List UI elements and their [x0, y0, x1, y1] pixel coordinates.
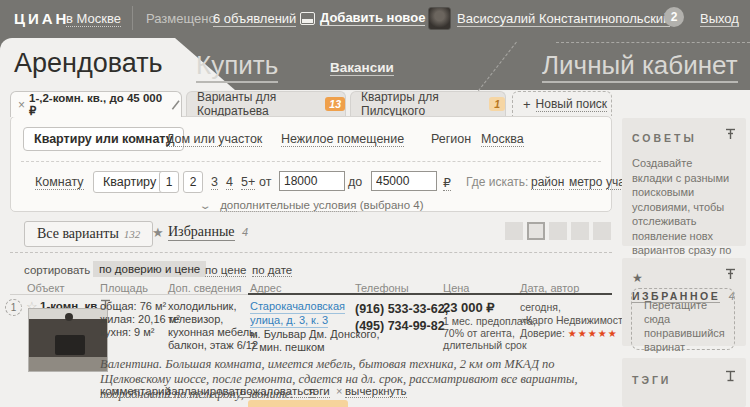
page-square-5[interactable]: [593, 222, 611, 240]
details-line: кухонная мебель,: [168, 326, 258, 339]
search-tab-pilsucky[interactable]: Квартиры для Пилсуцкого 1: [350, 91, 506, 116]
chevron-down-icon: ⌄: [198, 200, 211, 211]
toolbar-separator: [10, 252, 612, 253]
plan-link[interactable]: запланировать: [166, 385, 246, 398]
type-tab-commercial[interactable]: Нежилое помещение: [281, 132, 404, 147]
plus-icon: +: [523, 97, 531, 112]
city-selector[interactable]: в Москве: [66, 11, 121, 27]
sort-by-price[interactable]: по цене: [205, 264, 246, 277]
cabinet-tab-outline-top: [556, 42, 750, 43]
tips-panel: СОВЕТЫ Создавайте вкладки с разными поис…: [622, 118, 746, 246]
apartment-selected[interactable]: Квартиру: [93, 171, 166, 193]
next-row-highlight-peek: [248, 400, 348, 407]
all-variants-button[interactable]: Все варианты132: [24, 221, 153, 247]
row-number-badge: 1: [5, 299, 22, 316]
price-to-input[interactable]: [371, 171, 437, 191]
where-district-link[interactable]: район: [531, 175, 564, 190]
tab-buy[interactable]: Купить: [196, 50, 278, 83]
address-link-line1[interactable]: Старокачаловская: [250, 300, 345, 314]
new-search-label[interactable]: Новый поиск: [536, 97, 608, 112]
details-line: холодильник,: [168, 300, 258, 313]
tag-ibeam-icon[interactable]: [725, 370, 736, 382]
comment-link[interactable]: комментарий: [100, 385, 171, 398]
rooms-5plus-link[interactable]: 5+: [241, 175, 255, 190]
filter-panel: Квартиру или комнату Дом или участок Неж…: [10, 116, 612, 212]
walk-time: 7 мин. пешком: [250, 341, 379, 354]
edit-pencil-icon[interactable]: [170, 99, 181, 111]
tips-title: СОВЕТЫ: [632, 132, 697, 144]
row-top-line-light: [10, 294, 248, 295]
room-link[interactable]: Комнату: [35, 175, 84, 190]
rooms-2-selected[interactable]: 2: [183, 171, 203, 193]
top-header: ЦИАН в Москве Размещено 6 объявлений Доб…: [0, 0, 750, 36]
add-listing-icon: [300, 12, 315, 25]
type-tab-apartment[interactable]: Квартиру или комнату: [23, 127, 184, 151]
filter-row: Комнату Квартиру 1 2 3 4 5+ от до ₽ Где …: [11, 171, 613, 195]
search-tab-kondratev[interactable]: Варианты для Кондратьева 13: [186, 91, 346, 116]
listing-photo[interactable]: [28, 308, 108, 372]
close-tab-icon[interactable]: ×: [18, 98, 25, 112]
favorites-dropzone[interactable]: Перетащите сюда понравившийся варинат: [631, 288, 735, 350]
tab-rent-label[interactable]: Арендовать: [14, 48, 163, 79]
page-square-1[interactable]: [505, 222, 523, 240]
tab-count-badge: 13: [325, 97, 345, 111]
header-divider: [132, 6, 133, 30]
rooms-4-link[interactable]: 4: [226, 175, 233, 190]
sort-by-date[interactable]: по дате: [252, 264, 292, 277]
page-square-2-active[interactable]: [527, 222, 545, 240]
brand-logo[interactable]: ЦИАН: [14, 10, 69, 27]
new-search-tab[interactable]: + Новый поиск: [512, 91, 612, 116]
page-square-4[interactable]: [571, 222, 589, 240]
col-header-details: Доп. сведения: [168, 282, 242, 294]
placed-label: Размещено: [146, 11, 216, 26]
favorites-link[interactable]: Избранные: [168, 224, 235, 241]
more-conditions[interactable]: ⌄ дополнительные условия (выбрано 4): [11, 199, 613, 211]
favorites-count: 4: [242, 226, 248, 238]
report-link[interactable]: пожаловаться: [240, 385, 315, 398]
more-conditions-count: (выбрано 4): [360, 199, 424, 211]
type-tab-house[interactable]: Дом или участок: [166, 132, 262, 147]
placed-count-link[interactable]: 6 объявлений: [213, 11, 296, 27]
search-tab-active-label: 1-,2-комн. кв., до 45 000 ₽: [29, 92, 166, 118]
tab-personal-cabinet[interactable]: Личный кабинет: [542, 50, 738, 83]
where-metro-link[interactable]: метро: [569, 175, 602, 190]
page-square-3[interactable]: [549, 222, 567, 240]
currency-link[interactable]: ₽: [443, 175, 451, 191]
details-line: балкон, этаж 6/12: [168, 339, 258, 352]
rooms-3-link[interactable]: 3: [211, 175, 218, 190]
price-from-input[interactable]: [279, 171, 345, 191]
search-tab-kondratev-label[interactable]: Варианты для Кондратьева: [197, 90, 319, 119]
favorites-panel: ★ ИЗБРАННОЕ 4 Перетащите сюда понравивши…: [622, 258, 746, 346]
avatar[interactable]: [428, 7, 451, 30]
tab-jobs[interactable]: Вакансии: [330, 60, 394, 76]
where-label: Где искать:: [466, 175, 528, 189]
tags-panel: ТЭГИ: [622, 358, 746, 407]
terms-line: длительный срок: [443, 339, 536, 351]
tags-panel-title: ТЭГИ: [632, 374, 671, 386]
phone-number: (495) 734-99-82: [355, 318, 448, 335]
address-link-line2[interactable]: улица, д. 3, к. 3: [250, 314, 328, 328]
row-top-line-dark: [248, 293, 612, 295]
trust-label: Доверие:: [520, 327, 565, 339]
user-name-link[interactable]: Васиссуалий Константинопольский: [457, 11, 670, 27]
pin-icon[interactable]: [725, 128, 736, 140]
details-line: телевизор,: [168, 313, 258, 326]
rooms-1-selected[interactable]: 1: [159, 171, 179, 193]
more-conditions-link[interactable]: дополнительные условия: [220, 199, 356, 212]
col-header-area: Площадь: [100, 282, 148, 294]
listing-date: сегодня,: [520, 301, 634, 314]
pin-icon[interactable]: [725, 268, 736, 280]
tags-link[interactable]: тэги: [308, 385, 330, 398]
notification-badge[interactable]: 2: [664, 7, 684, 27]
sort-by-trust-price[interactable]: по доверию и цене: [93, 261, 206, 277]
price-to-label: до: [348, 175, 362, 189]
details-cell: холодильник, телевизор, кухонная мебель,…: [168, 300, 258, 352]
search-tab-active[interactable]: × 1-,2-комн. кв., до 45 000 ₽: [10, 91, 182, 117]
region-value-link[interactable]: Москва: [481, 132, 524, 147]
date-author-cell: сегодня, «Карго Недвижимость» Доверие: ★…: [520, 301, 634, 340]
logout-link[interactable]: Выход: [700, 11, 739, 27]
search-tab-pilsucky-label[interactable]: Квартиры для Пилсуцкого: [361, 90, 483, 119]
phone-number: (916) 533-33-62,: [355, 301, 448, 318]
add-new-button[interactable]: Добавить новое: [320, 10, 425, 26]
strike-link[interactable]: вычеркнуть: [345, 385, 407, 398]
